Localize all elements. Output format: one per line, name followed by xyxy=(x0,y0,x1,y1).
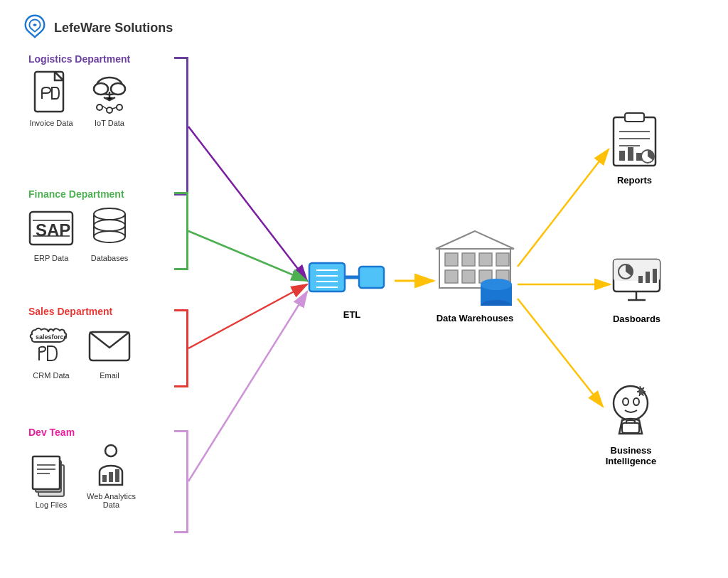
svg-rect-57 xyxy=(628,147,633,161)
svg-line-8 xyxy=(112,107,117,109)
svg-point-50 xyxy=(481,279,512,290)
logfiles-label: Log Files xyxy=(36,501,68,509)
svg-point-11 xyxy=(94,208,125,220)
dept-logistics-label: Logistics Department xyxy=(28,53,132,65)
icon-erp: SAP ERP Data xyxy=(28,205,74,262)
icon-invoice: Invoice Data xyxy=(28,70,74,127)
svg-rect-42 xyxy=(496,253,509,266)
svg-rect-40 xyxy=(462,253,475,266)
svg-line-84 xyxy=(518,299,603,407)
svg-text:salesforce: salesforce xyxy=(36,333,68,341)
bracket-sales xyxy=(174,309,188,387)
svg-point-70 xyxy=(633,398,639,405)
svg-line-82 xyxy=(518,149,609,267)
svg-point-17 xyxy=(94,231,125,242)
reports-label: Reports xyxy=(617,175,652,186)
svg-rect-71 xyxy=(622,423,639,433)
svg-rect-65 xyxy=(638,276,643,283)
output-dashboards: Dasboards xyxy=(610,256,663,324)
dept-logistics: Logistics Department Invoice Data xyxy=(28,53,132,127)
dw-group: Data Warehouses xyxy=(432,228,518,323)
svg-text:SAP: SAP xyxy=(36,220,70,240)
svg-rect-39 xyxy=(445,253,458,266)
icon-crm: salesforce CRM Data xyxy=(28,323,74,380)
svg-point-2 xyxy=(94,83,108,95)
bracket-finance xyxy=(174,192,188,270)
dashboards-label: Dasboards xyxy=(613,314,660,324)
crm-label: CRM Data xyxy=(33,371,69,380)
svg-line-80 xyxy=(188,291,307,481)
invoice-label: Invoice Data xyxy=(29,119,73,127)
svg-rect-52 xyxy=(625,113,644,122)
etl-label: ETL xyxy=(306,309,398,320)
svg-marker-37 xyxy=(436,231,514,249)
dept-finance: Finance Department SAP ERP Data xyxy=(28,188,132,262)
etl-group: ETL xyxy=(306,252,398,320)
svg-point-6 xyxy=(117,105,122,110)
dept-devteam-label: Dev Team xyxy=(28,427,136,438)
bi-label: BusinessIntelligence xyxy=(606,445,657,466)
dept-devteam: Dev Team Log Files xyxy=(28,427,136,509)
dw-label: Data Warehouses xyxy=(432,313,518,323)
svg-rect-41 xyxy=(479,253,492,266)
logo-area: LefeWare Solutions xyxy=(21,13,173,43)
icon-email: Email xyxy=(87,323,132,380)
logo-text: LefeWare Solutions xyxy=(54,21,173,36)
email-label: Email xyxy=(100,371,119,380)
db-label: Databases xyxy=(91,254,129,262)
svg-line-77 xyxy=(188,127,307,281)
svg-rect-56 xyxy=(619,151,625,161)
diagram-container: LefeWare Solutions Logistics Department … xyxy=(0,0,728,578)
svg-rect-32 xyxy=(359,267,384,288)
icon-logfiles: Log Files xyxy=(28,452,74,509)
svg-point-69 xyxy=(623,398,628,405)
dept-finance-label: Finance Department xyxy=(28,188,132,200)
svg-rect-67 xyxy=(653,269,657,283)
dept-sales-label: Sales Department xyxy=(28,306,132,317)
svg-point-5 xyxy=(107,107,112,113)
webanalytics-label: Web Analytics Data xyxy=(87,492,136,509)
svg-rect-44 xyxy=(462,270,475,283)
dept-sales: Sales Department salesforce CRM Data xyxy=(28,306,132,380)
logo-icon xyxy=(21,13,48,43)
bracket-logistics xyxy=(174,57,188,196)
svg-point-4 xyxy=(97,105,102,110)
svg-line-78 xyxy=(188,231,307,281)
svg-point-3 xyxy=(111,83,125,95)
svg-point-14 xyxy=(94,220,125,231)
icon-webanalytics: Web Analytics Data xyxy=(87,444,136,509)
svg-rect-22 xyxy=(33,456,60,489)
iot-label: IoT Data xyxy=(95,119,124,127)
icon-iot: IoT Data xyxy=(87,70,132,127)
svg-rect-27 xyxy=(102,475,107,482)
svg-rect-28 xyxy=(109,472,113,482)
svg-rect-66 xyxy=(646,272,650,283)
svg-rect-29 xyxy=(115,469,119,482)
erp-label: ERP Data xyxy=(34,254,69,262)
svg-rect-43 xyxy=(445,270,458,283)
output-bi: BusinessIntelligence xyxy=(601,380,661,466)
output-reports: Reports xyxy=(608,110,661,186)
bracket-devteam xyxy=(174,430,188,533)
svg-point-26 xyxy=(105,445,117,456)
icon-db: Databases xyxy=(87,205,132,262)
svg-line-79 xyxy=(188,284,307,348)
